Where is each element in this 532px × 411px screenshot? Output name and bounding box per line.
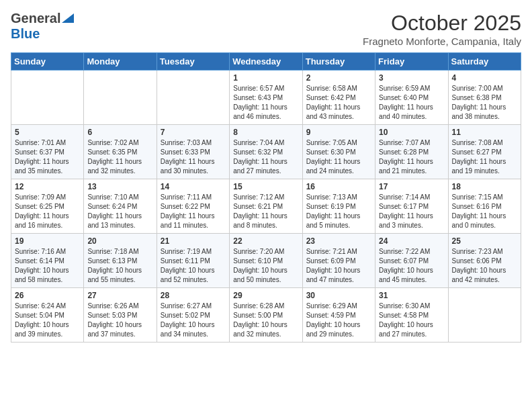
day-number: 4 — [452, 73, 517, 83]
day-info: Sunrise: 6:24 AM Sunset: 5:04 PM Dayligh… — [15, 302, 80, 339]
calendar-cell: 7Sunrise: 7:03 AM Sunset: 6:33 PM Daylig… — [157, 125, 229, 179]
calendar-cell — [84, 71, 157, 125]
calendar-cell: 12Sunrise: 7:09 AM Sunset: 6:25 PM Dayli… — [11, 179, 84, 234]
day-number: 17 — [379, 182, 444, 191]
day-number: 21 — [161, 236, 226, 246]
calendar-week-4: 19Sunrise: 7:16 AM Sunset: 6:14 PM Dayli… — [11, 234, 521, 288]
day-number: 15 — [233, 182, 298, 191]
day-info: Sunrise: 7:03 AM Sunset: 6:33 PM Dayligh… — [161, 138, 226, 176]
calendar-cell: 17Sunrise: 7:14 AM Sunset: 6:17 PM Dayli… — [375, 179, 448, 234]
calendar-cell: 6Sunrise: 7:02 AM Sunset: 6:35 PM Daylig… — [84, 125, 157, 179]
calendar-cell: 30Sunrise: 6:29 AM Sunset: 4:59 PM Dayli… — [302, 288, 375, 342]
day-info: Sunrise: 7:23 AM Sunset: 6:06 PM Dayligh… — [452, 247, 517, 285]
day-info: Sunrise: 7:07 AM Sunset: 6:28 PM Dayligh… — [379, 138, 444, 176]
calendar-cell: 4Sunrise: 7:00 AM Sunset: 6:38 PM Daylig… — [448, 71, 521, 125]
month-title: October 2025 — [363, 11, 521, 36]
day-number: 22 — [233, 236, 298, 246]
day-number: 31 — [379, 291, 444, 300]
calendar-cell: 10Sunrise: 7:07 AM Sunset: 6:28 PM Dayli… — [375, 125, 448, 179]
day-info: Sunrise: 7:12 AM Sunset: 6:21 PM Dayligh… — [233, 193, 298, 230]
day-info: Sunrise: 7:13 AM Sunset: 6:19 PM Dayligh… — [306, 193, 371, 230]
page-header: General Blue October 2025 Fragneto Monfo… — [11, 11, 521, 47]
day-info: Sunrise: 6:26 AM Sunset: 5:03 PM Dayligh… — [87, 302, 152, 339]
calendar-cell: 29Sunrise: 6:28 AM Sunset: 5:00 PM Dayli… — [230, 288, 302, 342]
calendar-cell: 22Sunrise: 7:20 AM Sunset: 6:10 PM Dayli… — [230, 234, 302, 288]
weekday-header-saturday: Saturday — [448, 53, 521, 71]
day-info: Sunrise: 7:18 AM Sunset: 6:13 PM Dayligh… — [87, 247, 152, 285]
logo-blue: Blue — [11, 26, 40, 41]
day-info: Sunrise: 6:29 AM Sunset: 4:59 PM Dayligh… — [306, 302, 371, 339]
day-number: 11 — [452, 128, 517, 137]
calendar-cell: 1Sunrise: 6:57 AM Sunset: 6:43 PM Daylig… — [230, 71, 302, 125]
weekday-header-friday: Friday — [375, 53, 448, 71]
day-info: Sunrise: 7:02 AM Sunset: 6:35 PM Dayligh… — [87, 138, 152, 176]
day-number: 5 — [15, 128, 80, 137]
calendar-cell: 16Sunrise: 7:13 AM Sunset: 6:19 PM Dayli… — [302, 179, 375, 234]
day-number: 18 — [452, 182, 517, 191]
day-number: 13 — [87, 182, 152, 191]
weekday-header-tuesday: Tuesday — [157, 53, 229, 71]
day-number: 26 — [15, 291, 80, 300]
calendar-cell: 28Sunrise: 6:27 AM Sunset: 5:02 PM Dayli… — [157, 288, 229, 342]
day-info: Sunrise: 7:22 AM Sunset: 6:07 PM Dayligh… — [379, 247, 444, 285]
title-block: October 2025 Fragneto Monforte, Campania… — [363, 11, 521, 47]
day-number: 27 — [87, 291, 152, 300]
day-info: Sunrise: 6:59 AM Sunset: 6:40 PM Dayligh… — [379, 84, 444, 122]
day-info: Sunrise: 7:16 AM Sunset: 6:14 PM Dayligh… — [15, 247, 80, 285]
calendar-cell: 19Sunrise: 7:16 AM Sunset: 6:14 PM Dayli… — [11, 234, 84, 288]
day-info: Sunrise: 7:01 AM Sunset: 6:37 PM Dayligh… — [15, 138, 80, 176]
calendar-cell: 18Sunrise: 7:15 AM Sunset: 6:16 PM Dayli… — [448, 179, 521, 234]
calendar-cell — [157, 71, 229, 125]
day-number: 24 — [379, 236, 444, 246]
day-info: Sunrise: 7:05 AM Sunset: 6:30 PM Dayligh… — [306, 138, 371, 176]
day-info: Sunrise: 7:19 AM Sunset: 6:11 PM Dayligh… — [161, 247, 226, 285]
day-number: 8 — [233, 128, 298, 137]
calendar-cell: 31Sunrise: 6:30 AM Sunset: 4:58 PM Dayli… — [375, 288, 448, 342]
calendar-cell: 25Sunrise: 7:23 AM Sunset: 6:06 PM Dayli… — [448, 234, 521, 288]
day-info: Sunrise: 7:10 AM Sunset: 6:24 PM Dayligh… — [87, 193, 152, 230]
day-number: 29 — [233, 291, 298, 300]
calendar-cell: 11Sunrise: 7:08 AM Sunset: 6:27 PM Dayli… — [448, 125, 521, 179]
calendar-cell: 8Sunrise: 7:04 AM Sunset: 6:32 PM Daylig… — [230, 125, 302, 179]
calendar-cell: 27Sunrise: 6:26 AM Sunset: 5:03 PM Dayli… — [84, 288, 157, 342]
calendar-week-1: 1Sunrise: 6:57 AM Sunset: 6:43 PM Daylig… — [11, 71, 521, 125]
day-info: Sunrise: 7:14 AM Sunset: 6:17 PM Dayligh… — [379, 193, 444, 230]
day-number: 28 — [161, 291, 226, 300]
calendar-cell: 2Sunrise: 6:58 AM Sunset: 6:42 PM Daylig… — [302, 71, 375, 125]
calendar-cell: 13Sunrise: 7:10 AM Sunset: 6:24 PM Dayli… — [84, 179, 157, 234]
day-info: Sunrise: 6:27 AM Sunset: 5:02 PM Dayligh… — [161, 302, 226, 339]
day-number: 19 — [15, 236, 80, 246]
day-info: Sunrise: 7:11 AM Sunset: 6:22 PM Dayligh… — [161, 193, 226, 230]
day-info: Sunrise: 7:21 AM Sunset: 6:09 PM Dayligh… — [306, 247, 371, 285]
calendar-cell: 9Sunrise: 7:05 AM Sunset: 6:30 PM Daylig… — [302, 125, 375, 179]
calendar-cell: 26Sunrise: 6:24 AM Sunset: 5:04 PM Dayli… — [11, 288, 84, 342]
calendar-cell — [11, 71, 84, 125]
day-number: 9 — [306, 128, 371, 137]
day-info: Sunrise: 7:20 AM Sunset: 6:10 PM Dayligh… — [233, 247, 298, 285]
calendar-cell: 20Sunrise: 7:18 AM Sunset: 6:13 PM Dayli… — [84, 234, 157, 288]
day-number: 3 — [379, 73, 444, 83]
calendar-cell: 15Sunrise: 7:12 AM Sunset: 6:21 PM Dayli… — [230, 179, 302, 234]
calendar-cell: 3Sunrise: 6:59 AM Sunset: 6:40 PM Daylig… — [375, 71, 448, 125]
calendar-cell: 14Sunrise: 7:11 AM Sunset: 6:22 PM Dayli… — [157, 179, 229, 234]
day-number: 14 — [161, 182, 226, 191]
day-number: 7 — [161, 128, 226, 137]
calendar-week-3: 12Sunrise: 7:09 AM Sunset: 6:25 PM Dayli… — [11, 179, 521, 234]
day-number: 10 — [379, 128, 444, 137]
day-info: Sunrise: 7:09 AM Sunset: 6:25 PM Dayligh… — [15, 193, 80, 230]
day-number: 6 — [87, 128, 152, 137]
day-number: 23 — [306, 236, 371, 246]
day-number: 20 — [87, 236, 152, 246]
day-number: 1 — [233, 73, 298, 83]
day-info: Sunrise: 6:58 AM Sunset: 6:42 PM Dayligh… — [306, 84, 371, 122]
day-number: 30 — [306, 291, 371, 300]
calendar-cell: 23Sunrise: 7:21 AM Sunset: 6:09 PM Dayli… — [302, 234, 375, 288]
calendar-week-5: 26Sunrise: 6:24 AM Sunset: 5:04 PM Dayli… — [11, 288, 521, 342]
day-info: Sunrise: 7:04 AM Sunset: 6:32 PM Dayligh… — [233, 138, 298, 176]
day-info: Sunrise: 7:15 AM Sunset: 6:16 PM Dayligh… — [452, 193, 517, 230]
weekday-header-sunday: Sunday — [11, 53, 84, 71]
day-number: 2 — [306, 73, 371, 83]
calendar-cell: 24Sunrise: 7:22 AM Sunset: 6:07 PM Dayli… — [375, 234, 448, 288]
day-info: Sunrise: 6:28 AM Sunset: 5:00 PM Dayligh… — [233, 302, 298, 339]
day-info: Sunrise: 7:08 AM Sunset: 6:27 PM Dayligh… — [452, 138, 517, 176]
